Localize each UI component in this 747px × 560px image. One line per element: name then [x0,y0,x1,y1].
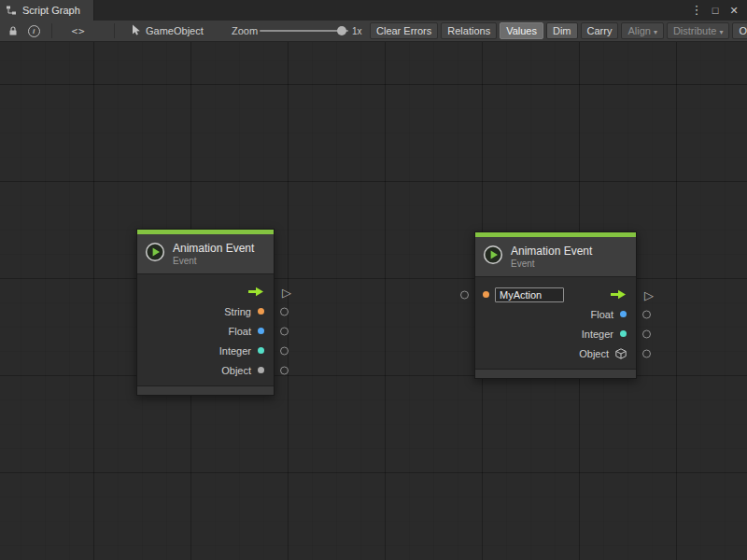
zoom-label: Zoom [232,21,258,41]
node-animation-event-right[interactable]: Animation Event Event ▷ Fl [474,231,637,379]
toolbar-buttons: Clear Errors Relations Values Dim Carry … [370,22,747,39]
output-row-object: Object [475,343,636,363]
float-type-dot [258,328,264,334]
float-output-port[interactable] [642,310,651,318]
zoom-slider[interactable] [260,21,348,41]
toolbar-divider [51,23,52,38]
node-title: Animation Event [511,245,592,258]
port-label: Integer [219,345,251,357]
port-label: String [224,306,251,317]
align-dropdown-button[interactable]: Align▾ [621,22,663,39]
script-graph-icon [6,5,17,16]
output-row-integer: Integer [137,341,274,360]
node-header[interactable]: Animation Event Event [137,234,274,273]
action-name-input[interactable] [495,287,564,302]
action-name-input-port[interactable] [460,290,469,299]
menu-icon[interactable]: ⋮ [689,0,704,21]
toolbar-divider [114,23,115,38]
integer-output-port[interactable] [280,346,289,355]
node-body: ▷ Float Integer Object [475,276,636,369]
event-play-icon [483,245,503,269]
float-output-port[interactable] [280,327,289,335]
node-subtitle: Event [511,259,592,270]
object-cube-icon [615,348,627,359]
distribute-dropdown-button[interactable]: Distribute▾ [667,22,729,39]
port-label: Float [229,326,251,337]
port-label: Float [591,309,613,320]
node-animation-event-left[interactable]: Animation Event Event ▷ String Floa [136,229,275,396]
output-row-integer: Integer [475,324,636,343]
port-label: Object [221,365,251,376]
flow-arrow-icon [610,289,627,300]
integer-output-port[interactable] [642,329,651,338]
node-header[interactable]: Animation Event Event [475,237,636,276]
port-label: Object [579,348,609,359]
dim-toggle-button[interactable]: Dim [546,22,578,39]
graph-canvas[interactable]: Animation Event Event ▷ String Floa [0,42,747,560]
node-body: ▷ String Float Integer [137,273,274,385]
unity-script-graph-window: Script Graph ⋮ □ ✕ i <> GameObject Zoom [0,0,747,560]
event-play-icon [145,242,165,266]
maximize-icon[interactable]: □ [708,0,723,21]
close-icon[interactable]: ✕ [726,0,741,21]
values-toggle-button[interactable]: Values [500,22,543,39]
string-type-dot [258,308,264,315]
integer-type-dot [620,330,627,337]
zoom-value: 1x [352,21,362,41]
object-type-dot [258,367,264,373]
node-footer [137,385,274,395]
window-controls: ⋮ □ ✕ [689,0,747,21]
string-type-dot [483,291,489,298]
tab-script-graph[interactable]: Script Graph [0,0,94,21]
flow-output-port[interactable]: ▷ [282,286,291,298]
string-output-port[interactable] [280,307,289,315]
action-name-and-flow-row: ▷ [475,285,636,304]
flow-arrow-icon [247,287,264,297]
port-label: Integer [582,329,613,340]
integer-type-dot [258,347,264,354]
gameobject-icon [131,24,141,37]
carry-toggle-button[interactable]: Carry [581,22,619,39]
info-icon[interactable]: i [26,21,41,41]
node-footer [475,369,636,378]
gameobject-label: GameObject [146,25,204,36]
relations-button[interactable]: Relations [441,22,497,39]
output-row-string: String [137,301,274,321]
clear-errors-button[interactable]: Clear Errors [370,22,438,39]
zoom-slider-knob[interactable] [337,26,346,35]
output-row-float: Float [475,304,636,324]
float-type-dot [620,311,627,317]
object-output-port[interactable] [642,349,651,357]
output-row-float: Float [137,321,274,341]
graph-toolbar: i <> GameObject Zoom 1x Clear Errors Rel… [0,21,747,42]
output-row-object: Object [137,360,274,380]
tab-title: Script Graph [22,5,80,16]
chevron-down-icon: ▾ [654,28,657,36]
lock-icon[interactable] [6,21,21,41]
flow-output-row: ▷ [137,282,274,301]
gameobject-reference[interactable]: GameObject [131,21,204,41]
node-title: Animation Event [173,242,254,255]
titlebar: Script Graph ⋮ □ ✕ [0,0,747,21]
chevron-down-icon: ▾ [719,28,723,36]
flow-output-port[interactable]: ▷ [644,288,654,301]
object-output-port[interactable] [280,366,289,374]
code-icon[interactable]: <> [69,21,88,41]
overview-button[interactable]: Overview [732,22,747,39]
node-subtitle: Event [173,256,254,267]
zoom-slider-track[interactable] [260,30,348,32]
